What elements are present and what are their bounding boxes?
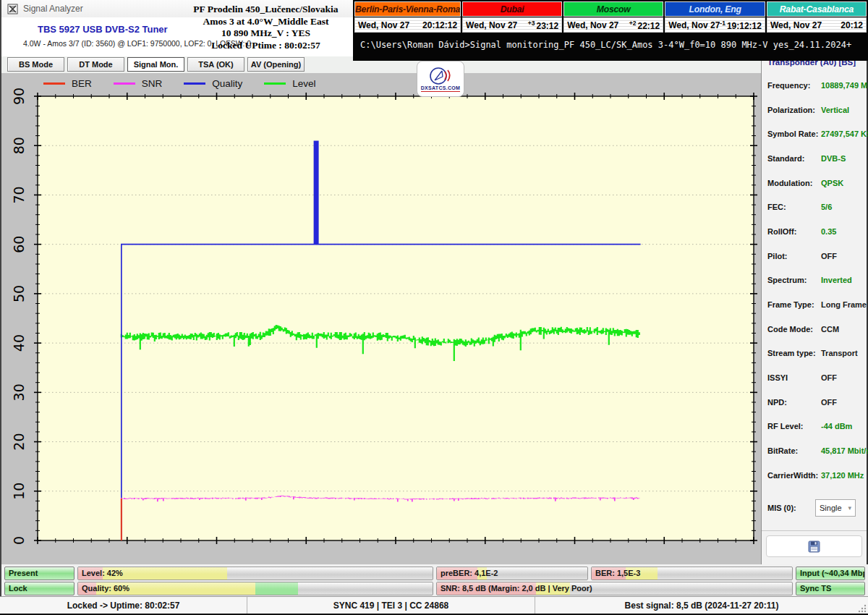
mode-tabs: BS ModeDT ModeSignal Mon.TSA (OK)AV (Ope… — [7, 57, 305, 72]
header-left: Signal Analyzer TBS 5927 USB DVB-S2 Tune… — [0, 0, 353, 56]
svg-text:30: 30 — [11, 383, 27, 401]
transponder-row: RF Level:-44 dBm — [762, 415, 867, 439]
meter-bar-level: Level: 42% — [77, 567, 433, 580]
transponder-row-value: CCM — [821, 325, 839, 334]
legend-swatch — [43, 82, 65, 85]
clock-city: London, Eng — [665, 1, 765, 17]
transponder-row-label: Pilot: — [767, 252, 821, 260]
transponder-row: NPD:OFF — [762, 390, 867, 415]
transponder-row-value: 0.35 — [821, 227, 836, 236]
meter-bar-label: Quality: 60% — [82, 582, 129, 595]
clock-column-3: London, EngWed, Nov 27-119:12:12 — [665, 1, 765, 33]
transponder-row: Polarization:Vertical — [762, 98, 867, 122]
transponder-row-value: 45,817 Mbit/s — [821, 446, 868, 455]
transponder-row: Frequency:10889,749 MHz — [762, 73, 867, 98]
legend-item-level: Level — [264, 78, 315, 89]
window-title: Signal Analyzer — [23, 4, 83, 14]
clock-hhmm: +323:12 — [528, 20, 558, 31]
transponder-row-label: BitRate: — [767, 446, 821, 455]
transponder-row: FEC:5/6 — [762, 195, 867, 219]
transponder-row: Spectrum:Inverted — [762, 268, 867, 293]
clock-city: Rabat-Casablanca — [767, 1, 867, 17]
meter-row-1: PresentLevel: 42%preBER: 4,1E-2BER: 1,5E… — [4, 567, 865, 580]
station-line-2: Amos 3 at 4.0°W_Middle East — [177, 16, 354, 28]
transponder-row-value: Long Frame — [821, 300, 867, 309]
meter-bar-snr: SNR: 8,5 dB (Margin: 2,0 dB | Very Poor) — [436, 582, 793, 595]
legend-label: Quality — [212, 78, 242, 89]
meter-bar-label: BER: 1,5E-3 — [595, 567, 640, 580]
transponder-row-label: Spectrum: — [767, 276, 821, 284]
transponder-row: BitRate:45,817 Mbit/s — [762, 438, 867, 463]
clock-column-0: Berlin-Paris-Vienna-RomaWed, Nov 2720:12… — [354, 1, 461, 33]
mis-selected-value: Single — [820, 504, 842, 512]
clock-column-4: Rabat-CasablancaWed, Nov 2720:12 — [767, 1, 867, 33]
svg-text:50: 50 — [11, 285, 27, 302]
legend-swatch — [114, 82, 135, 85]
transponder-row-label: ISSYI — [767, 373, 821, 382]
tab-bs-mode[interactable]: BS Mode — [7, 57, 64, 72]
resize-grip[interactable] — [858, 604, 867, 613]
dxsatcs-logo-text: DXSATCS.COM — [421, 85, 461, 92]
meter-badge-lock: Lock — [4, 582, 75, 595]
save-button[interactable] — [766, 535, 862, 557]
transponder-row-value: Vertical — [821, 106, 849, 114]
svg-text:60: 60 — [11, 236, 27, 253]
svg-text:10: 10 — [11, 483, 27, 500]
tab-tsa-ok-[interactable]: TSA (OK) — [187, 57, 244, 72]
transponder-row-label: Symbol Rate: — [767, 130, 821, 138]
transponder-row: Pilot:OFF — [762, 244, 867, 268]
transponder-row-label: Frame Type: — [767, 300, 821, 309]
status-lock-uptime: Locked -> Uptime: 80:02:57 — [0, 597, 247, 614]
status-bar: Locked -> Uptime: 80:02:57 SYNC 419 | TE… — [0, 596, 868, 614]
clock-time: Wed, Nov 27-119:12:12 — [665, 17, 765, 33]
transponder-row-value: QPSK — [821, 179, 843, 187]
mis-select[interactable]: Single ▾ — [815, 499, 856, 517]
transponder-row-label: Frequency: — [767, 81, 821, 90]
transponder-row: Frame Type:Long Frame — [762, 292, 867, 317]
clock-city: Moscow — [563, 1, 663, 17]
tab-dt-mode[interactable]: DT Mode — [67, 57, 124, 72]
chart-legend: BERSNRQualityLevel — [43, 78, 316, 89]
clock-city: Dubai — [462, 1, 562, 17]
transponder-row: ISSYIOFF — [762, 365, 867, 390]
transponder-row: Code Mode:CCM — [762, 317, 867, 342]
transponder-row-value: 5/6 — [821, 203, 832, 211]
transponder-row-value: 10889,749 MHz — [821, 81, 868, 90]
status-best-signal: Best signal: 8,5 dB (2024-11-27 20:11) — [535, 597, 868, 614]
transponder-row-value: OFF — [821, 373, 837, 382]
transponder-row-label: FEC: — [767, 203, 821, 211]
station-line-4: Locked UPtime : 80:02:57 — [177, 40, 354, 52]
transponder-row: RollOff:0.35 — [762, 219, 867, 244]
console-command-line: C:\Users\Roman Dávid>Signal monitoring_P… — [360, 40, 865, 50]
svg-text:90: 90 — [11, 88, 27, 105]
status-best-signal-text: Best signal: 8,5 dB (2024-11-27 20:11) — [625, 601, 779, 611]
transponder-row-value: OFF — [821, 252, 837, 260]
tab-av-opening-[interactable]: AV (Opening) — [247, 57, 305, 72]
transponder-row-label: Polarization: — [767, 106, 821, 114]
meter-bar-label: Level: 42% — [82, 567, 123, 580]
transponder-row-label: CarrierWidth: — [767, 471, 821, 480]
clock-time: Wed, Nov 27+323:12 — [462, 17, 562, 33]
clock-utc-offset: -1 — [720, 20, 726, 27]
clock-hhmm: +222:12 — [629, 20, 660, 31]
transponder-row: Stream type:Transport — [762, 342, 867, 366]
meter-bar-preber: preBER: 4,1E-2 — [436, 567, 588, 580]
svg-text:0: 0 — [11, 536, 27, 545]
meter-bar-ber: BER: 1,5E-3 — [591, 567, 793, 580]
transponder-row-value: Transport — [821, 349, 858, 357]
clock-hhmm: 20:12 — [841, 20, 863, 30]
tab-signal-mon-[interactable]: Signal Mon. — [127, 57, 184, 72]
satellite-dish-icon — [428, 67, 453, 85]
clock-column-1: DubaiWed, Nov 27+323:12 — [462, 1, 562, 33]
floppy-disk-icon — [808, 540, 820, 553]
clock-time: Wed, Nov 2720:12:12 — [354, 17, 461, 33]
transponder-row: Standard:DVB-S — [762, 146, 867, 171]
transponder-row: Symbol Rate:27497,547 KS/s — [762, 122, 867, 146]
transponder-row: CarrierWidth:37,120 MHz — [762, 463, 867, 488]
world-clock: Berlin-Paris-Vienna-RomaWed, Nov 2720:12… — [354, 1, 867, 33]
app-icon — [7, 4, 18, 14]
transponder-row-value: -44 dBm — [821, 422, 852, 430]
signal-analyzer-window: Signal Analyzer TBS 5927 USB DVB-S2 Tune… — [0, 0, 868, 615]
transponder-rows: Frequency:10889,749 MHzPolarization:Vert… — [762, 73, 867, 488]
transponder-row: Modulation:QPSK — [762, 171, 867, 195]
